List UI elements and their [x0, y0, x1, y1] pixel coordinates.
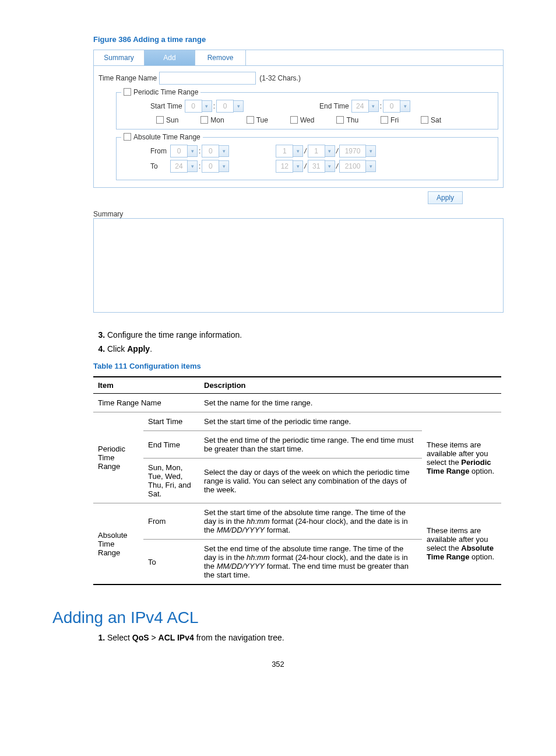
from-label: From — [150, 147, 170, 155]
colon: : — [199, 162, 200, 170]
chevron-down-icon[interactable]: ▾ — [188, 160, 198, 172]
chars-hint: (1-32 Chars.) — [259, 74, 301, 82]
day-thu[interactable]: Thu — [336, 116, 358, 124]
to-day-select[interactable] — [308, 160, 325, 173]
cell-item: Time Range Name — [93, 394, 199, 412]
slash: / — [304, 162, 306, 170]
absolute-fieldset: Absolute Time Range From ▾ : ▾ ▾ / ▾ / ▾… — [116, 133, 498, 180]
config-table: Item Description Time Range Name Set the… — [93, 376, 501, 585]
page-number: 352 — [52, 660, 504, 668]
start-hour-select[interactable] — [185, 100, 202, 113]
chevron-down-icon[interactable]: ▾ — [188, 145, 198, 157]
from-hour-select[interactable] — [170, 145, 188, 158]
cell-desc: Set the end time of the absolute time ra… — [199, 540, 422, 585]
cell-group: Periodic Time Range — [93, 412, 143, 503]
chevron-down-icon[interactable]: ▾ — [366, 145, 376, 157]
periodic-checkbox[interactable] — [124, 88, 131, 96]
chevron-down-icon[interactable]: ▾ — [219, 160, 229, 172]
figure-caption: Figure 386 Adding a time range — [93, 35, 504, 44]
from-month-select[interactable] — [276, 145, 293, 158]
form-body: Time Range Name (1-32 Chars.) Periodic T… — [93, 66, 504, 188]
to-min-select[interactable] — [202, 160, 219, 173]
tab-filler — [246, 50, 503, 66]
cell-desc: Select the day or days of the week on wh… — [199, 459, 422, 503]
cell-note: These items are available after you sele… — [422, 503, 501, 585]
day-fri[interactable]: Fri — [381, 116, 399, 124]
chevron-down-icon[interactable]: ▾ — [293, 160, 303, 172]
tab-bar: Summary Add Remove — [93, 50, 504, 66]
cell-item: From — [143, 503, 199, 540]
step-3: Configure the time range information. — [107, 330, 504, 340]
cell-item: End Time — [143, 431, 199, 459]
summary-textarea[interactable] — [93, 218, 504, 313]
to-month-select[interactable] — [276, 160, 293, 173]
chevron-down-icon[interactable]: ▾ — [234, 100, 244, 112]
periodic-fieldset: Periodic Time Range Start Time ▾ : ▾ End… — [116, 88, 498, 130]
apply-button[interactable]: Apply — [428, 191, 463, 204]
end-time-label: End Time — [319, 102, 349, 110]
th-desc: Description — [199, 377, 422, 394]
start-time-label: Start Time — [150, 102, 182, 110]
cell-desc: Set the start time of the periodic time … — [199, 412, 422, 431]
cell-note: These items are available after you sele… — [422, 412, 501, 503]
nav-step-1: Select QoS > ACL IPv4 from the navigatio… — [107, 633, 504, 642]
cell-item: To — [143, 540, 199, 585]
step-4: Click Apply. — [107, 344, 504, 354]
chevron-down-icon[interactable]: ▾ — [400, 100, 410, 112]
th-item: Item — [93, 377, 199, 394]
day-tue[interactable]: Tue — [247, 116, 268, 124]
chevron-down-icon[interactable]: ▾ — [202, 100, 212, 112]
chevron-down-icon[interactable]: ▾ — [219, 145, 229, 157]
end-hour-select[interactable] — [351, 100, 369, 113]
time-range-name-input[interactable] — [159, 72, 256, 85]
cell-group: Absolute Time Range — [93, 503, 143, 585]
day-sun[interactable]: Sun — [156, 116, 178, 124]
from-year-select[interactable] — [339, 145, 366, 158]
absolute-legend: Absolute Time Range — [133, 133, 200, 141]
slash: / — [304, 147, 306, 155]
chevron-down-icon[interactable]: ▾ — [293, 145, 303, 157]
from-min-select[interactable] — [202, 145, 219, 158]
chevron-down-icon[interactable]: ▾ — [325, 145, 335, 157]
end-min-select[interactable] — [383, 100, 400, 113]
colon: : — [380, 102, 382, 110]
to-year-select[interactable] — [339, 160, 366, 173]
to-hour-select[interactable] — [170, 160, 188, 173]
tab-add[interactable]: Add — [145, 50, 195, 66]
slash: / — [336, 162, 338, 170]
periodic-legend: Periodic Time Range — [133, 88, 198, 96]
cell-desc: Set the start time of the absolute time … — [199, 503, 422, 540]
cell-item: Start Time — [143, 412, 199, 431]
cell-desc: Set the name for the time range. — [199, 394, 501, 412]
section-heading: Adding an IPv4 ACL — [52, 608, 504, 627]
chevron-down-icon[interactable]: ▾ — [369, 100, 379, 112]
steps-list: Configure the time range information. Cl… — [93, 330, 504, 354]
day-wed[interactable]: Wed — [290, 116, 314, 124]
table-caption: Table 111 Configuration items — [93, 362, 504, 370]
tab-remove[interactable]: Remove — [195, 50, 246, 66]
colon: : — [199, 147, 200, 155]
day-sat[interactable]: Sat — [421, 116, 441, 124]
time-range-name-label: Time Range Name — [98, 74, 157, 82]
screenshot-panel: Summary Add Remove Time Range Name (1-32… — [93, 50, 504, 313]
nav-steps: Select QoS > ACL IPv4 from the navigatio… — [93, 633, 504, 642]
from-day-select[interactable] — [308, 145, 325, 158]
absolute-checkbox[interactable] — [124, 133, 131, 141]
cell-item: Sun, Mon, Tue, Wed, Thu, Fri, and Sat. — [143, 459, 199, 503]
day-mon[interactable]: Mon — [200, 116, 224, 124]
cell-desc: Set the end time of the periodic time ra… — [199, 431, 422, 459]
chevron-down-icon[interactable]: ▾ — [325, 160, 335, 172]
summary-label: Summary — [93, 210, 504, 218]
colon: : — [213, 102, 215, 110]
slash: / — [336, 147, 338, 155]
tab-summary[interactable]: Summary — [94, 50, 145, 66]
to-label: To — [150, 162, 170, 170]
chevron-down-icon[interactable]: ▾ — [366, 160, 376, 172]
start-min-select[interactable] — [216, 100, 234, 113]
